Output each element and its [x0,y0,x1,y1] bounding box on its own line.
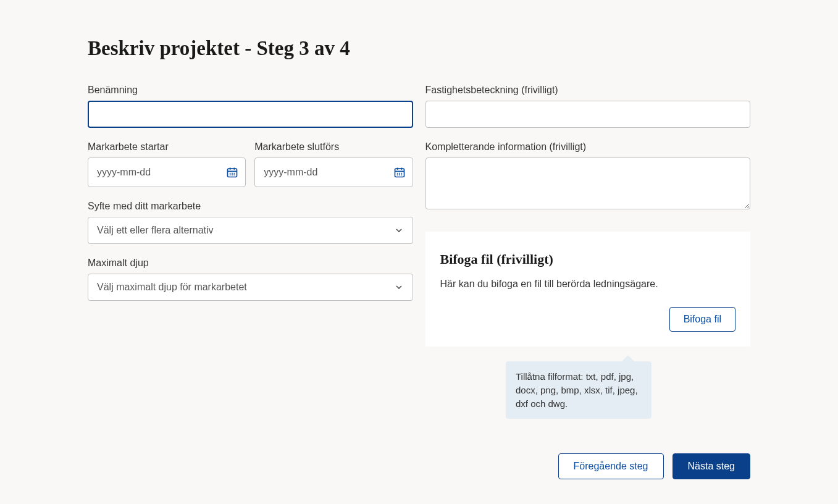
svg-rect-0 [228,169,237,177]
name-field-group: Benämning [88,85,413,128]
start-date-label: Markarbete startar [88,141,246,153]
chevron-down-icon [394,225,404,235]
purpose-select-placeholder: Välj ett eller flera alternativ [97,225,214,236]
name-input[interactable] [88,101,413,128]
attach-file-box: Bifoga fil (frivilligt) Här kan du bifog… [425,232,751,346]
end-date-label: Markarbete slutförs [254,141,413,153]
previous-step-button[interactable]: Föregående steg [558,453,664,479]
attach-file-button[interactable]: Bifoga fil [669,307,735,332]
extra-info-textarea[interactable] [425,158,751,209]
purpose-field-group: Syfte med ditt markarbete Välj ett eller… [88,201,413,244]
extra-info-label: Kompletterande information (frivilligt) [425,141,751,153]
chevron-down-icon [394,282,404,292]
left-column: Benämning Markarbete startar [88,85,413,419]
depth-select-placeholder: Välj maximalt djup för markarbetet [97,282,247,293]
tooltip-container: Tillåtna filformat: txt, pdf, jpg, docx,… [425,361,751,419]
date-field-group: Markarbete startar [88,141,413,187]
start-date-input[interactable] [88,158,246,187]
end-date-input[interactable] [254,158,413,187]
attach-description: Här kan du bifoga en fil till berörda le… [440,279,736,290]
page-title: Beskriv projektet - Steg 3 av 4 [88,37,750,60]
calendar-icon[interactable] [226,166,238,178]
allowed-formats-tooltip: Tillåtna filformat: txt, pdf, jpg, docx,… [506,361,652,419]
depth-field-group: Maximalt djup Välj maximalt djup för mar… [88,258,413,301]
property-input[interactable] [425,101,751,128]
property-label: Fastighetsbeteckning (frivilligt) [425,85,751,96]
svg-rect-10 [395,169,404,177]
footer-buttons: Föregående steg Nästa steg [88,453,750,479]
purpose-label: Syfte med ditt markarbete [88,201,413,212]
name-label: Benämning [88,85,413,96]
property-field-group: Fastighetsbeteckning (frivilligt) [425,85,751,128]
attach-heading: Bifoga fil (frivilligt) [440,251,736,267]
extra-info-field-group: Kompletterande information (frivilligt) [425,141,751,212]
right-column: Fastighetsbeteckning (frivilligt) Komple… [425,85,751,419]
calendar-icon[interactable] [393,166,406,178]
purpose-select[interactable]: Välj ett eller flera alternativ [88,217,413,244]
depth-label: Maximalt djup [88,258,413,269]
depth-select[interactable]: Välj maximalt djup för markarbetet [88,274,413,301]
next-step-button[interactable]: Nästa steg [672,453,750,479]
